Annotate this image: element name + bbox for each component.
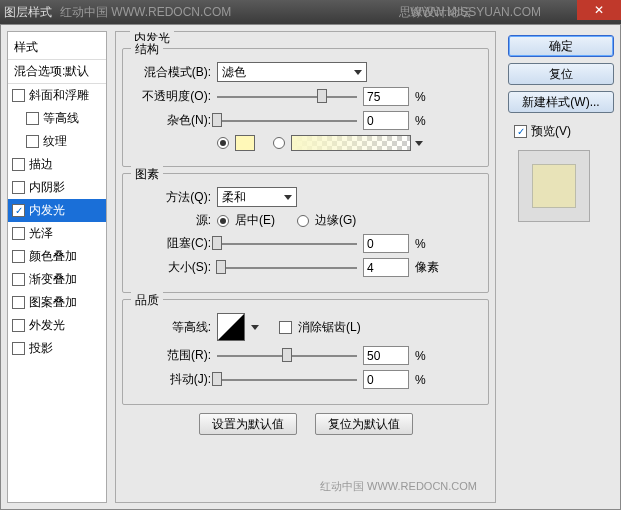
range-slider[interactable]	[217, 347, 357, 365]
titlebar: 图层样式 红动中国 WWW.REDOCN.COM 思缘设计论坛 WWW.MISS…	[0, 0, 621, 24]
new-style-button[interactable]: 新建样式(W)...	[508, 91, 614, 113]
chevron-down-icon	[354, 70, 362, 75]
opacity-label: 不透明度(O):	[133, 88, 211, 105]
style-checkbox[interactable]	[12, 342, 25, 355]
jitter-slider[interactable]	[217, 371, 357, 389]
style-item-4[interactable]: 内阴影	[8, 176, 106, 199]
blend-mode-value: 滤色	[222, 64, 246, 81]
unit-percent: %	[415, 114, 426, 128]
jitter-input[interactable]: 0	[363, 370, 409, 389]
cancel-button[interactable]: 复位	[508, 63, 614, 85]
reset-default-button[interactable]: 复位为默认值	[315, 413, 413, 435]
style-item-3[interactable]: 描边	[8, 153, 106, 176]
style-label: 内阴影	[29, 179, 65, 196]
style-label: 图案叠加	[29, 294, 77, 311]
close-button[interactable]: ✕	[577, 0, 621, 20]
elements-title: 图素	[131, 166, 163, 183]
style-item-5[interactable]: 内发光	[8, 199, 106, 222]
source-edge-radio[interactable]	[297, 215, 309, 227]
style-checkbox[interactable]	[12, 89, 25, 102]
preview-swatch	[532, 164, 576, 208]
style-item-9[interactable]: 图案叠加	[8, 291, 106, 314]
right-panel: 确定 复位 新建样式(W)... 预览(V)	[504, 31, 614, 503]
style-checkbox[interactable]	[12, 204, 25, 217]
technique-value: 柔和	[222, 189, 246, 206]
style-label: 外发光	[29, 317, 65, 334]
unit-percent: %	[415, 349, 426, 363]
settings-panel: 内发光 结构 混合模式(B): 滤色 不透明度(O): 75 %	[107, 31, 504, 503]
source-center-radio[interactable]	[217, 215, 229, 227]
technique-select[interactable]: 柔和	[217, 187, 297, 207]
noise-label: 杂色(N):	[133, 112, 211, 129]
unit-percent: %	[415, 90, 426, 104]
style-label: 等高线	[43, 110, 79, 127]
chevron-down-icon[interactable]	[415, 141, 423, 146]
style-item-1[interactable]: 等高线	[8, 107, 106, 130]
contour-label: 等高线:	[133, 319, 211, 336]
blend-mode-label: 混合模式(B):	[133, 64, 211, 81]
antialias-label[interactable]: 消除锯齿(L)	[298, 319, 361, 336]
style-checkbox[interactable]	[12, 158, 25, 171]
opacity-input[interactable]: 75	[363, 87, 409, 106]
preview-label[interactable]: 预览(V)	[531, 123, 571, 140]
unit-px: 像素	[415, 259, 439, 276]
chevron-down-icon[interactable]	[251, 325, 259, 330]
source-edge-label[interactable]: 边缘(G)	[315, 212, 356, 229]
source-center-label[interactable]: 居中(E)	[235, 212, 275, 229]
style-item-0[interactable]: 斜面和浮雕	[8, 84, 106, 107]
style-item-7[interactable]: 颜色叠加	[8, 245, 106, 268]
unit-percent: %	[415, 373, 426, 387]
style-checkbox[interactable]	[26, 112, 39, 125]
style-item-6[interactable]: 光泽	[8, 222, 106, 245]
style-label: 投影	[29, 340, 53, 357]
gradient-radio[interactable]	[273, 137, 285, 149]
style-checkbox[interactable]	[12, 319, 25, 332]
antialias-checkbox[interactable]	[279, 321, 292, 334]
style-label: 斜面和浮雕	[29, 87, 89, 104]
choke-input[interactable]: 0	[363, 234, 409, 253]
watermark-2: WWW.MISSYUAN.COM	[410, 5, 541, 19]
blend-options-item[interactable]: 混合选项:默认	[8, 59, 106, 84]
noise-input[interactable]: 0	[363, 111, 409, 130]
size-label: 大小(S):	[133, 259, 211, 276]
choke-label: 阻塞(C):	[133, 235, 211, 252]
style-checkbox[interactable]	[12, 273, 25, 286]
range-input[interactable]: 50	[363, 346, 409, 365]
color-swatch[interactable]	[235, 135, 255, 151]
opacity-slider[interactable]	[217, 88, 357, 106]
jitter-label: 抖动(J):	[133, 371, 211, 388]
preview-box	[518, 150, 590, 222]
ok-button[interactable]: 确定	[508, 35, 614, 57]
source-label: 源:	[133, 212, 211, 229]
watermark-1: 红动中国 WWW.REDOCN.COM	[60, 4, 231, 21]
size-slider[interactable]	[217, 259, 357, 277]
chevron-down-icon	[284, 195, 292, 200]
style-label: 纹理	[43, 133, 67, 150]
styles-header[interactable]: 样式	[8, 36, 106, 59]
contour-picker[interactable]	[217, 313, 245, 341]
style-checkbox[interactable]	[12, 250, 25, 263]
style-checkbox[interactable]	[12, 181, 25, 194]
style-item-2[interactable]: 纹理	[8, 130, 106, 153]
noise-slider[interactable]	[217, 112, 357, 130]
style-checkbox[interactable]	[12, 296, 25, 309]
style-item-10[interactable]: 外发光	[8, 314, 106, 337]
style-label: 内发光	[29, 202, 65, 219]
set-default-button[interactable]: 设置为默认值	[199, 413, 297, 435]
technique-label: 方法(Q):	[133, 189, 211, 206]
elements-group: 图素 方法(Q): 柔和 源: 居中(E) 边缘(G)	[122, 173, 489, 293]
choke-slider[interactable]	[217, 235, 357, 253]
preview-checkbox[interactable]	[514, 125, 527, 138]
style-label: 颜色叠加	[29, 248, 77, 265]
window-title: 图层样式	[4, 4, 52, 21]
color-radio[interactable]	[217, 137, 229, 149]
blend-mode-select[interactable]: 滤色	[217, 62, 367, 82]
style-item-8[interactable]: 渐变叠加	[8, 268, 106, 291]
unit-percent: %	[415, 237, 426, 251]
style-label: 光泽	[29, 225, 53, 242]
style-item-11[interactable]: 投影	[8, 337, 106, 360]
size-input[interactable]: 4	[363, 258, 409, 277]
style-checkbox[interactable]	[26, 135, 39, 148]
style-checkbox[interactable]	[12, 227, 25, 240]
gradient-picker[interactable]	[291, 135, 411, 151]
